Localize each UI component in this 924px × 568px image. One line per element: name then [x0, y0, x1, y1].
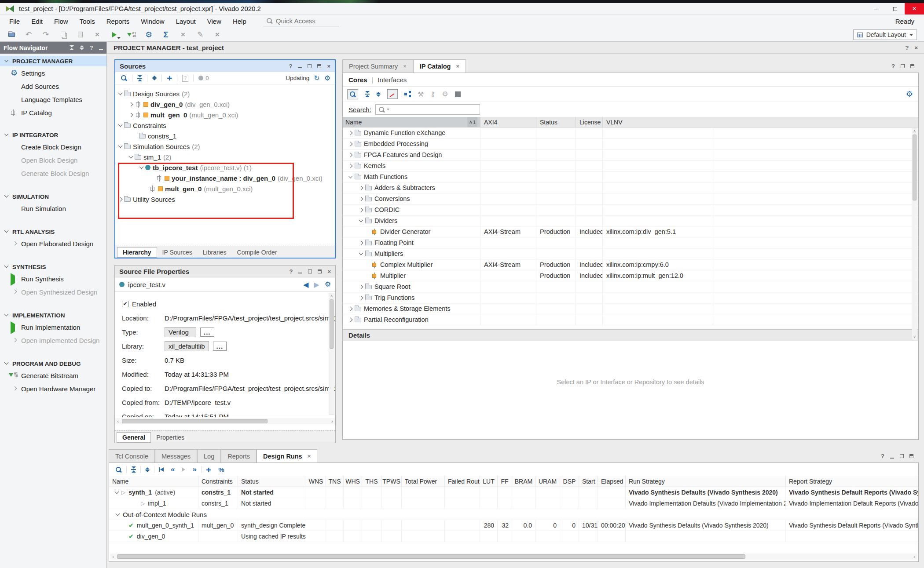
- column-axi4[interactable]: AXI4: [480, 117, 536, 127]
- abort-icon[interactable]: ×: [213, 30, 222, 39]
- sidebar-section-program-and-debug[interactable]: PROGRAM AND DEBUG: [0, 358, 106, 369]
- properties-panel-header[interactable]: Source File Properties ? ×: [115, 266, 335, 277]
- sidebar-item-run-synthesis[interactable]: Run Synthesis: [0, 272, 106, 285]
- help-icon[interactable]: ?: [289, 268, 293, 275]
- tab-design-runs[interactable]: Design Runs×: [257, 449, 317, 462]
- tab-project-summary[interactable]: Project Summary×: [342, 59, 413, 73]
- undo-icon[interactable]: ↶: [24, 30, 33, 39]
- sidebar-section-ip-integrator[interactable]: IP INTEGRATOR: [0, 130, 106, 140]
- back-icon[interactable]: ◀: [303, 280, 308, 289]
- chevron-right-icon[interactable]: [359, 208, 363, 212]
- column-bram[interactable]: BRAM: [512, 476, 535, 487]
- float-panel-icon[interactable]: [317, 64, 321, 68]
- gear-icon[interactable]: ⚙: [906, 90, 913, 98]
- chevron-right-icon[interactable]: [359, 284, 363, 289]
- chevron-down-icon[interactable]: [116, 512, 120, 516]
- chevron-right-icon[interactable]: [348, 317, 353, 322]
- collapse-all-icon[interactable]: [365, 91, 370, 97]
- sidebar-item-generate-block-design[interactable]: Generate Block Design: [0, 167, 106, 180]
- ip-row-trig-functions[interactable]: Trig Functions: [343, 292, 918, 303]
- sidebar-item-settings[interactable]: ⚙Settings: [0, 66, 106, 80]
- chevron-right-icon[interactable]: [359, 186, 363, 190]
- column-whs[interactable]: WHS: [344, 476, 362, 487]
- menu-tools[interactable]: Tools: [74, 16, 101, 27]
- chevron-right-icon[interactable]: [359, 240, 363, 245]
- menu-window[interactable]: Window: [135, 16, 170, 27]
- settings-icon[interactable]: ⚙: [144, 30, 153, 39]
- tab-libraries[interactable]: Libraries: [198, 247, 232, 258]
- menu-view[interactable]: View: [202, 16, 227, 27]
- tab-compile-order[interactable]: Compile Order: [232, 247, 282, 258]
- close-icon[interactable]: ×: [914, 44, 918, 51]
- ip-row-floating-point[interactable]: Floating Point: [343, 237, 918, 248]
- expand-all-icon[interactable]: [80, 45, 84, 50]
- help-icon[interactable]: ?: [881, 453, 884, 459]
- stop-icon[interactable]: [455, 91, 461, 97]
- sidebar-item-open-elaborated-design[interactable]: Open Elaborated Design: [0, 237, 106, 250]
- column-lut[interactable]: LUT: [480, 476, 498, 487]
- minimize-panel-icon[interactable]: [298, 67, 302, 68]
- edit-icon[interactable]: ✎: [196, 30, 205, 39]
- delete-icon[interactable]: ×: [93, 30, 102, 39]
- key-icon[interactable]: ⚷: [430, 90, 435, 98]
- chevron-down-icon[interactable]: [139, 165, 144, 169]
- redo-icon[interactable]: ↷: [41, 30, 50, 39]
- collapse-all-icon[interactable]: [137, 75, 142, 81]
- tab-hierarchy[interactable]: Hierarchy: [117, 247, 157, 258]
- sum-icon[interactable]: Σ: [161, 30, 170, 39]
- float-panel-icon[interactable]: [318, 269, 322, 273]
- tree-item-utility-sources[interactable]: Utility Sources: [115, 194, 335, 204]
- refresh-icon[interactable]: ↻: [314, 74, 319, 82]
- tree-item-design-sources[interactable]: Design Sources(2): [115, 88, 335, 99]
- column-status[interactable]: Status: [536, 117, 576, 127]
- sidebar-item-language-templates[interactable]: Language Templates: [0, 93, 106, 106]
- gear-icon[interactable]: ⚙: [325, 281, 331, 288]
- step-forward-icon[interactable]: »: [192, 465, 196, 474]
- copy-icon[interactable]: [59, 30, 67, 39]
- tree-item-constraints[interactable]: Constraints: [115, 120, 335, 131]
- gear-icon[interactable]: ⚙: [324, 75, 330, 82]
- tree-item-mult-gen-0[interactable]: mult_gen_0(mult_gen_0.xci): [115, 109, 335, 120]
- ip-row-dynamic-function-exchange[interactable]: Dynamic Function eXchange: [343, 127, 918, 138]
- sidebar-section-simulation[interactable]: SIMULATION: [0, 191, 106, 202]
- type-select[interactable]: Verilog: [165, 327, 196, 337]
- add-sources-icon[interactable]: +: [167, 73, 172, 83]
- column-license[interactable]: License: [576, 117, 602, 127]
- menu-flow[interactable]: Flow: [48, 16, 74, 27]
- collapse-all-icon[interactable]: [131, 466, 136, 473]
- search-icon[interactable]: [347, 89, 358, 99]
- horizontal-scrollbar[interactable]: ‹›: [115, 418, 335, 424]
- help-icon[interactable]: ?: [289, 63, 292, 69]
- tree-item-div-gen-0[interactable]: div_gen_0(div_gen_0.xci): [115, 99, 335, 109]
- quick-access-search[interactable]: [264, 16, 339, 26]
- chevron-down-icon[interactable]: [129, 154, 133, 159]
- ip-row-divider-generator[interactable]: Divider Generator AXI4-Stream Production…: [343, 226, 918, 237]
- column-tns[interactable]: TNS: [326, 476, 344, 487]
- chevron-right-icon[interactable]: [348, 153, 353, 157]
- tree-item-sim-1[interactable]: sim_1(2): [115, 152, 335, 162]
- quick-access-input[interactable]: [276, 17, 329, 25]
- sidebar-item-ip-catalog[interactable]: IP Catalog: [0, 106, 106, 119]
- column-failed-routes[interactable]: Failed Routes: [445, 476, 480, 487]
- percent-icon[interactable]: %: [218, 466, 224, 473]
- tab-general[interactable]: General: [117, 432, 151, 443]
- menu-file[interactable]: File: [4, 16, 26, 27]
- close-icon[interactable]: ×: [403, 63, 407, 69]
- column-total-power[interactable]: Total Power: [402, 476, 445, 487]
- chevron-right-icon[interactable]: [359, 197, 363, 201]
- tab-reports[interactable]: Reports: [221, 449, 257, 462]
- tab-ip-sources[interactable]: IP Sources: [157, 247, 198, 258]
- tree-item-constrs-1[interactable]: constrs_1: [115, 131, 335, 141]
- chevron-down-icon[interactable]: [115, 490, 119, 494]
- sidebar-section-synthesis[interactable]: SYNTHESIS: [0, 262, 106, 272]
- run-group-out-of-context[interactable]: Out-of-Context Module Runs: [109, 509, 918, 520]
- paste-icon[interactable]: [76, 30, 84, 39]
- column-name[interactable]: Name: [109, 476, 198, 487]
- library-browse-button[interactable]: ...: [213, 342, 227, 351]
- search-icon[interactable]: [115, 466, 122, 473]
- horizontal-scrollbar[interactable]: ‹›: [110, 553, 917, 560]
- tab-messages[interactable]: Messages: [155, 449, 197, 462]
- ip-row-complex-multiplier[interactable]: Complex Multiplier AXI4-Stream Productio…: [343, 259, 918, 270]
- help-icon[interactable]: ?: [90, 44, 93, 51]
- float-panel-icon[interactable]: [909, 454, 913, 458]
